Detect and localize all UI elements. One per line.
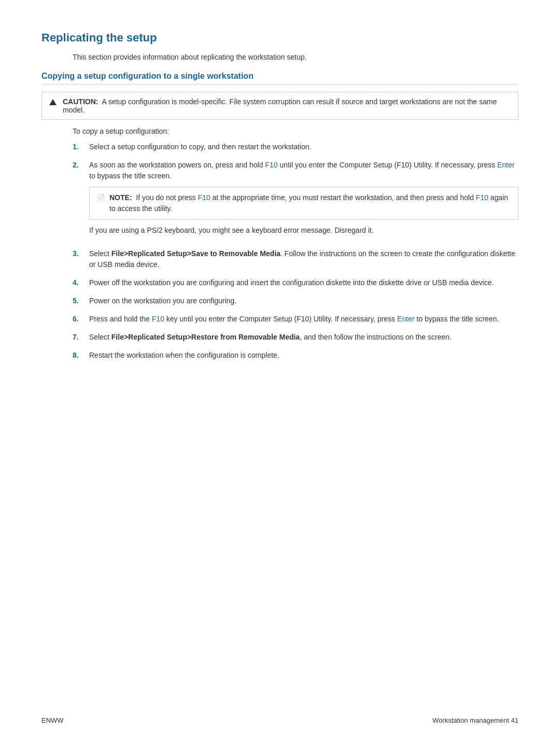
step-2-content: As soon as the workstation powers on, pr… (89, 160, 519, 241)
f10-link-6: F10 (152, 315, 164, 323)
step-5-number: 5. (73, 296, 83, 306)
note-page-icon: 📄 (97, 193, 105, 203)
step-8-number: 8. (73, 350, 83, 361)
step-2-number: 2. (73, 160, 83, 171)
step-1-number: 1. (73, 142, 83, 152)
f10-note-link: F10 (198, 193, 210, 202)
step-3: 3. Select File>Replicated Setup>Save to … (73, 248, 519, 270)
note-text-step2: NOTE: If you do not press F10 at the app… (109, 192, 511, 214)
caution-label: CAUTION: (63, 97, 98, 106)
caution-body: A setup configuration is model-specific.… (63, 97, 497, 114)
step-4: 4. Power off the workstation you are con… (73, 277, 519, 288)
enter-link-6: Enter (397, 315, 414, 323)
step-7-content: Select File>Replicated Setup>Restore fro… (89, 332, 519, 343)
step-3-number: 3. (73, 248, 83, 259)
section-title: Copying a setup configuration to a singl… (41, 72, 519, 85)
step-3-bold: File>Replicated Setup>Save to Removable … (111, 249, 281, 258)
step-7: 7. Select File>Replicated Setup>Restore … (73, 332, 519, 343)
step-5-content: Power on the workstation you are configu… (89, 296, 519, 306)
f10-note-link2: F10 (476, 193, 488, 202)
f10-link-1: F10 (265, 161, 277, 169)
step-4-number: 4. (73, 277, 83, 288)
enter-link-1: Enter (497, 161, 514, 169)
footer-page-number: Workstation management 41 (432, 716, 519, 724)
note-box-step2: 📄 NOTE: If you do not press F10 at the a… (89, 187, 519, 220)
to-copy-text: To copy a setup configuration: (73, 127, 519, 135)
step-2: 2. As soon as the workstation powers on,… (73, 160, 519, 241)
step-1: 1. Select a setup configuration to copy,… (73, 142, 519, 152)
step-6: 6. Press and hold the F10 key until you … (73, 314, 519, 325)
page-container: Replicating the setup This section provi… (0, 0, 560, 410)
step-7-bold: File>Replicated Setup>Restore from Remov… (111, 333, 300, 341)
caution-text: CAUTION: A setup configuration is model-… (63, 97, 511, 114)
footer-enww: ENWW (41, 716, 64, 724)
main-title: Replicating the setup (41, 31, 519, 45)
step-6-number: 6. (73, 314, 83, 325)
step-3-content: Select File>Replicated Setup>Save to Rem… (89, 248, 519, 270)
step-4-content: Power off the workstation you are config… (89, 277, 519, 288)
ps2-note: If you are using a PS/2 keyboard, you mi… (89, 225, 519, 236)
caution-box: CAUTION: A setup configuration is model-… (41, 92, 519, 120)
step-8-content: Restart the workstation when the configu… (89, 350, 519, 361)
steps-list: 1. Select a setup configuration to copy,… (73, 142, 519, 361)
note-label-step2: NOTE: (109, 193, 132, 202)
step-8: 8. Restart the workstation when the conf… (73, 350, 519, 361)
caution-triangle-icon (49, 98, 59, 106)
step-7-number: 7. (73, 332, 83, 343)
footer: ENWW Workstation management 41 (41, 716, 519, 724)
intro-text: This section provides information about … (73, 53, 519, 61)
step-1-content: Select a setup configuration to copy, an… (89, 142, 519, 152)
step-5: 5. Power on the workstation you are conf… (73, 296, 519, 306)
step-6-content: Press and hold the F10 key until you ent… (89, 314, 519, 325)
